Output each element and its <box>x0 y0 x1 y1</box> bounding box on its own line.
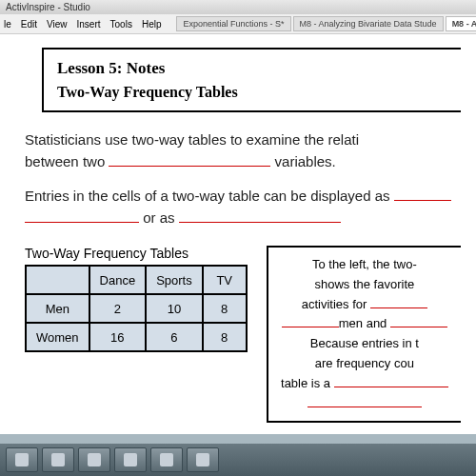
cell-women-dance: 16 <box>89 323 147 351</box>
desc-l5: Because entries in t <box>310 336 419 350</box>
document-tabs: Exponential Functions - S* M8 - Analyzin… <box>176 16 476 31</box>
row-label-men: Men <box>26 294 89 323</box>
frequency-table: Dance Sports TV Men 2 10 8 Women 16 6 8 <box>25 265 248 352</box>
tab-bivariate-active[interactable]: M8 - Analyzing Bivariate * <box>446 16 476 31</box>
bottom-row: Two-Way Frequency Tables Dance Sports TV… <box>25 246 461 423</box>
blank-table-type <box>334 374 448 387</box>
menu-tools[interactable]: Tools <box>110 19 132 30</box>
desc-l2: shows the favorite <box>314 277 414 291</box>
menu-edit[interactable]: Edit <box>21 19 37 30</box>
taskbar-icon <box>51 453 65 466</box>
table-header-row: Dance Sports TV <box>26 266 247 294</box>
menu-insert[interactable]: Insert <box>77 19 101 30</box>
blank-activities-for <box>370 295 427 308</box>
desc-l7: table is a <box>281 376 334 390</box>
p2-text-a: Entries in the cells of a two-way table … <box>25 188 394 204</box>
window-title: ActivInspire - Studio <box>6 2 90 12</box>
table-row: Women 16 6 8 <box>26 323 247 351</box>
p1-text-a: Statisticians use two-way tables to exam… <box>25 131 359 148</box>
p2-text-b: or as <box>143 209 179 226</box>
frequency-table-section: Two-Way Frequency Tables Dance Sports TV… <box>25 246 248 423</box>
p1-text-b: between two <box>25 153 109 169</box>
blank-display-1b <box>25 209 139 223</box>
cell-women-tv: 8 <box>203 323 247 351</box>
taskbar <box>0 444 476 476</box>
paragraph-2: Entries in the cells of a two-way table … <box>25 186 461 228</box>
blank-men-count <box>282 314 339 327</box>
header-blank <box>26 266 89 294</box>
desc-l3: activities for <box>302 297 370 311</box>
menubar: le Edit View Insert Tools Help Exponenti… <box>0 14 476 34</box>
window-titlebar: ActivInspire - Studio <box>0 0 476 14</box>
menu-help[interactable]: Help <box>142 19 162 30</box>
taskbar-button-6[interactable] <box>187 447 219 472</box>
paragraph-1: Statisticians use two-way tables to exam… <box>25 129 461 172</box>
table-row: Men 2 10 8 <box>26 294 247 323</box>
taskbar-button-5[interactable] <box>150 447 183 472</box>
taskbar-icon <box>124 453 137 466</box>
p1-text-c: variables. <box>275 153 336 169</box>
blank-women-count <box>390 314 447 327</box>
taskbar-button-2[interactable] <box>42 447 74 472</box>
blank-display-2 <box>179 209 341 223</box>
desc-l4: men and <box>339 316 390 330</box>
taskbar-icon <box>15 453 29 466</box>
desc-l6: are frequency cou <box>315 356 414 370</box>
cell-men-sports: 10 <box>146 294 203 323</box>
lesson-heading: Lesson 5: Notes <box>57 59 447 78</box>
tab-exponential[interactable]: Exponential Functions - S* <box>176 16 290 31</box>
taskbar-button-4[interactable] <box>114 447 147 472</box>
header-sports: Sports <box>146 266 203 294</box>
taskbar-button-1[interactable] <box>6 447 38 472</box>
header-dance: Dance <box>89 266 147 294</box>
blank-table-type-2 <box>307 394 422 407</box>
desc-l1: To the left, the two- <box>312 257 417 271</box>
taskbar-icon <box>196 453 209 466</box>
table-title: Two-Way Frequency Tables <box>25 246 248 261</box>
cell-women-sports: 6 <box>146 323 203 351</box>
taskbar-icon <box>160 453 173 466</box>
lesson-subheading: Two-Way Frequency Tables <box>57 84 447 101</box>
document-canvas: Lesson 5: Notes Two-Way Frequency Tables… <box>0 34 476 434</box>
blank-variables-type <box>109 153 270 167</box>
lesson-title-box: Lesson 5: Notes Two-Way Frequency Tables <box>42 48 461 112</box>
menu-file[interactable]: le <box>4 19 11 30</box>
row-label-women: Women <box>26 323 89 351</box>
menu-view[interactable]: View <box>47 19 68 30</box>
taskbar-button-3[interactable] <box>78 447 110 472</box>
cell-men-tv: 8 <box>203 294 247 323</box>
description-box: To the left, the two- shows the favorite… <box>267 246 461 423</box>
cell-men-dance: 2 <box>89 294 147 323</box>
blank-display-1a <box>394 188 451 201</box>
taskbar-icon <box>88 453 101 466</box>
header-tv: TV <box>203 266 247 294</box>
tab-bivariate-stude[interactable]: M8 - Analyzing Bivariate Data Stude <box>293 16 444 31</box>
